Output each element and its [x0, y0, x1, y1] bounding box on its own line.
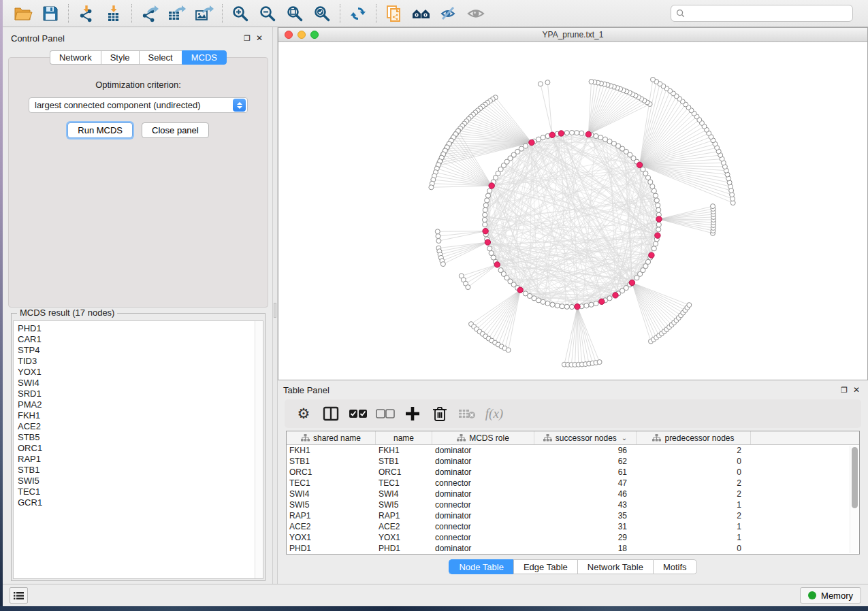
table-panel-close-icon[interactable]: ✕ — [850, 384, 863, 395]
tab-style[interactable]: Style — [101, 50, 139, 65]
cell-shared-name[interactable]: TEC1 — [287, 478, 376, 488]
table-row[interactable]: RAP1RAP1dominator352 — [287, 510, 859, 521]
cell-mcds-role[interactable]: connector — [432, 533, 534, 542]
import-table-button[interactable] — [100, 2, 127, 25]
cell-predecessor-nodes[interactable]: 1 — [637, 522, 751, 531]
splitter-grip[interactable] — [274, 303, 276, 318]
cell-name[interactable]: RAP1 — [376, 511, 432, 521]
cell-mcds-role[interactable]: dominator — [432, 446, 534, 455]
cell-successor-nodes[interactable]: 43 — [534, 500, 637, 510]
tab-network[interactable]: Network — [50, 50, 101, 65]
column-layout-button[interactable] — [319, 403, 343, 425]
task-history-button[interactable] — [10, 587, 28, 604]
import-network-button[interactable] — [73, 2, 100, 25]
mcds-result-item[interactable]: FKH1 — [18, 410, 255, 421]
cell-shared-name[interactable]: ORC1 — [287, 467, 376, 477]
mcds-result-item[interactable]: CAR1 — [18, 334, 255, 345]
cell-successor-nodes[interactable]: 31 — [534, 522, 637, 531]
control-panel-close-icon[interactable]: ✕ — [253, 33, 266, 44]
cell-predecessor-nodes[interactable]: 0 — [637, 467, 751, 477]
zoom-fit-button[interactable] — [281, 2, 308, 25]
mcds-result-item[interactable]: ACE2 — [18, 421, 255, 432]
mcds-result-item[interactable]: YOX1 — [18, 367, 255, 378]
export-image-button[interactable] — [191, 2, 218, 25]
tab-edge-table[interactable]: Edge Table — [513, 559, 577, 574]
tab-mcds[interactable]: MCDS — [182, 50, 227, 65]
cell-successor-nodes[interactable]: 61 — [534, 467, 637, 477]
cell-name[interactable]: ACE2 — [376, 522, 432, 531]
table-row[interactable]: ACE2ACE2connector311 — [287, 521, 859, 532]
mcds-result-item[interactable]: STB1 — [18, 465, 255, 476]
mcds-result-item[interactable]: RAP1 — [18, 454, 255, 465]
table-row[interactable]: TEC1TEC1connector472 — [287, 478, 859, 489]
export-network-button[interactable] — [136, 2, 163, 25]
table-row[interactable]: FKH1FKH1dominator962 — [287, 445, 859, 456]
cell-predecessor-nodes[interactable]: 1 — [637, 533, 751, 542]
cell-shared-name[interactable]: SWI5 — [287, 500, 376, 510]
cell-shared-name[interactable]: RAP1 — [287, 511, 376, 521]
cell-shared-name[interactable]: YOX1 — [287, 533, 376, 542]
cell-predecessor-nodes[interactable]: 0 — [637, 544, 751, 553]
mcds-result-item[interactable]: GCR1 — [18, 497, 255, 508]
column-header-predecessor-nodes[interactable]: predecessor nodes — [637, 431, 751, 444]
cell-name[interactable]: SWI4 — [376, 489, 432, 499]
tab-select[interactable]: Select — [139, 50, 182, 65]
cell-shared-name[interactable]: PHD1 — [287, 544, 376, 553]
tab-network-table[interactable]: Network Table — [577, 559, 653, 574]
cell-successor-nodes[interactable]: 96 — [534, 446, 637, 455]
mcds-result-item[interactable]: SWI4 — [18, 378, 255, 389]
cell-predecessor-nodes[interactable]: 2 — [637, 489, 751, 499]
window-minimize-icon[interactable] — [298, 31, 306, 39]
cell-name[interactable]: FKH1 — [376, 446, 432, 455]
cell-name[interactable]: PHD1 — [376, 544, 432, 553]
open-session-button[interactable] — [10, 2, 37, 25]
cell-mcds-role[interactable]: dominator — [432, 457, 534, 466]
mcds-result-item[interactable]: STP4 — [18, 345, 255, 356]
network-window-titlebar[interactable]: YPA_prune.txt_1 — [278, 28, 867, 42]
table-row[interactable]: SWI5SWI5connector431 — [287, 499, 859, 510]
column-header-MCDS-role[interactable]: MCDS role — [432, 431, 534, 444]
mcds-result-item[interactable]: ORC1 — [18, 443, 255, 454]
add-column-button[interactable] — [400, 403, 425, 425]
window-maximize-icon[interactable] — [310, 31, 319, 39]
column-header-successor-nodes[interactable]: successor nodes⌄ — [534, 431, 637, 444]
cell-name[interactable]: SWI5 — [376, 500, 432, 510]
zoom-in-button[interactable] — [227, 2, 254, 25]
mcds-result-item[interactable]: PHD1 — [18, 323, 255, 334]
run-mcds-button[interactable]: Run MCDS — [67, 122, 133, 138]
network-canvas[interactable] — [278, 42, 867, 380]
select-all-rows-button[interactable] — [346, 403, 370, 425]
cell-predecessor-nodes[interactable]: 2 — [637, 446, 751, 455]
table-row[interactable]: YOX1YOX1connector291 — [287, 532, 859, 543]
cell-mcds-role[interactable]: dominator — [432, 544, 534, 553]
cell-successor-nodes[interactable]: 18 — [534, 544, 637, 553]
mcds-result-item[interactable]: STB5 — [18, 432, 255, 443]
cell-successor-nodes[interactable]: 47 — [534, 478, 637, 488]
cell-mcds-role[interactable]: connector — [432, 500, 534, 510]
cell-successor-nodes[interactable]: 62 — [534, 457, 637, 466]
cell-mcds-role[interactable]: dominator — [432, 467, 534, 477]
tab-node-table[interactable]: Node Table — [449, 559, 513, 574]
optimization-criterion-dropdown[interactable]: largest connected component (undirected) — [29, 97, 248, 113]
cell-predecessor-nodes[interactable]: 0 — [637, 457, 751, 466]
close-panel-button[interactable]: Close panel — [142, 122, 209, 138]
mcds-result-list[interactable]: PHD1CAR1STP4TID3YOX1SWI4SRD1PMA2FKH1ACE2… — [14, 321, 255, 578]
save-session-button[interactable] — [37, 2, 64, 25]
cell-predecessor-nodes[interactable]: 2 — [637, 478, 751, 488]
mcds-result-item[interactable]: SWI5 — [18, 476, 255, 486]
cell-name[interactable]: YOX1 — [376, 533, 432, 542]
cell-shared-name[interactable]: SWI4 — [287, 489, 376, 499]
panel-splitter[interactable] — [272, 27, 278, 584]
cell-successor-nodes[interactable]: 29 — [534, 533, 637, 542]
cell-shared-name[interactable]: ACE2 — [287, 522, 376, 531]
cell-mcds-role[interactable]: connector — [432, 522, 534, 531]
search-field[interactable] — [671, 5, 853, 22]
cell-name[interactable]: ORC1 — [376, 467, 432, 477]
network-overview-button[interactable] — [408, 2, 435, 25]
table-row[interactable]: STB1STB1dominator620 — [287, 456, 859, 467]
cell-shared-name[interactable]: STB1 — [287, 457, 376, 466]
table-scrollbar-thumb[interactable] — [852, 447, 858, 508]
zoom-selected-button[interactable] — [308, 2, 336, 25]
window-close-icon[interactable] — [285, 31, 293, 39]
cell-name[interactable]: STB1 — [376, 457, 432, 466]
